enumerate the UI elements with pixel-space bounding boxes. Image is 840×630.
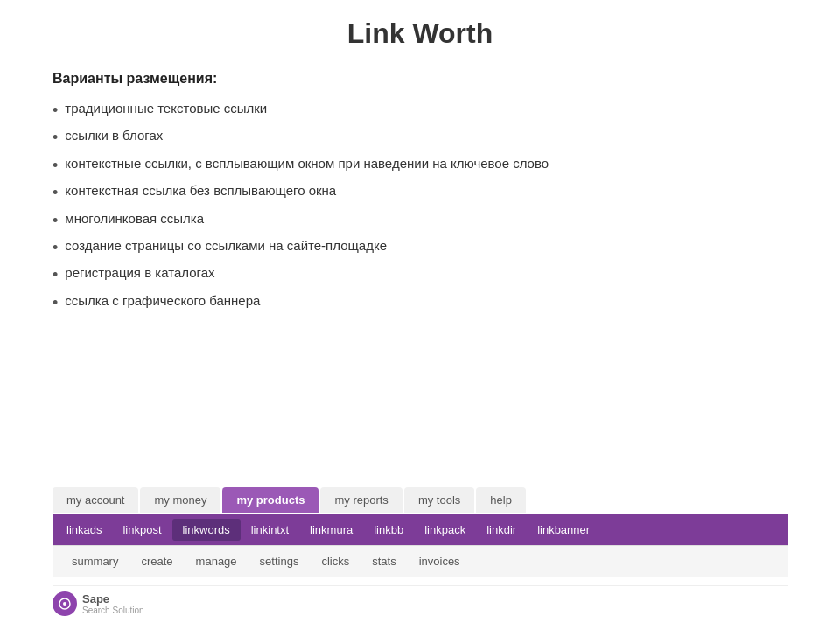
logo-circle [52,592,77,616]
sub-nav: linkadslinkpostlinkwordslinkintxtlinkmur… [52,514,788,545]
main-nav-item[interactable]: my money [140,487,220,513]
footer: Sape Search Solution [52,585,788,621]
sub-nav2-item[interactable]: summary [61,551,129,571]
main-nav-item[interactable]: my reports [320,487,402,513]
sub-nav-item[interactable]: linkdir [476,519,527,541]
main-nav-item[interactable]: my products [222,487,318,513]
main-nav-item[interactable]: help [476,487,526,513]
footer-logo: Sape Search Solution [52,592,144,616]
bullet-list: традиционные текстовые ссылкиссылки в бл… [52,101,788,320]
sub-nav-item[interactable]: linkbb [363,519,414,541]
main-nav-item[interactable]: my tools [404,487,474,513]
sub-nav2-item[interactable]: manage [186,551,248,571]
main-nav-item[interactable]: my account [52,487,138,513]
svg-point-1 [63,602,66,606]
sub-nav-item[interactable]: linkbanner [527,519,600,541]
sub-nav-item[interactable]: linkpost [112,519,172,541]
sub-nav-item[interactable]: linkintxt [241,519,299,541]
sub-nav2-item[interactable]: clicks [311,551,360,571]
navigation-area: my accountmy moneymy productsmy reportsm… [52,487,788,577]
bullet-item: традиционные текстовые ссылки [52,101,788,121]
footer-brand: Sape Search Solution [82,592,144,615]
sub-nav2-item[interactable]: settings [249,551,310,571]
page-title: Link Worth [52,18,788,50]
bullet-item: многолинковая ссылка [52,211,788,231]
sub-nav2: summarycreatemanagesettingsclicksstatsin… [52,545,788,577]
section-heading: Варианты размещения: [52,71,788,87]
sub-nav-item[interactable]: linkpack [414,519,476,541]
sub-nav2-item[interactable]: create [130,551,183,571]
sub-nav-item[interactable]: linkmura [299,519,363,541]
main-nav: my accountmy moneymy productsmy reportsm… [52,487,788,513]
bullet-item: регистрация в каталогах [52,265,788,285]
bullet-item: контекстная ссылка без всплывающего окна [52,183,788,203]
sub-nav2-item[interactable]: stats [361,551,406,571]
sub-nav-item[interactable]: linkwords [172,519,241,541]
bullet-item: ссылки в блогах [52,128,788,148]
bullet-item: ссылка с графического баннера [52,293,788,313]
bullet-item: создание страницы со ссылками на сайте-п… [52,238,788,258]
sub-nav-item[interactable]: linkads [56,519,112,541]
sub-nav2-item[interactable]: invoices [409,551,471,571]
bullet-item: контекстные ссылки, с всплывающим окном … [52,156,788,176]
